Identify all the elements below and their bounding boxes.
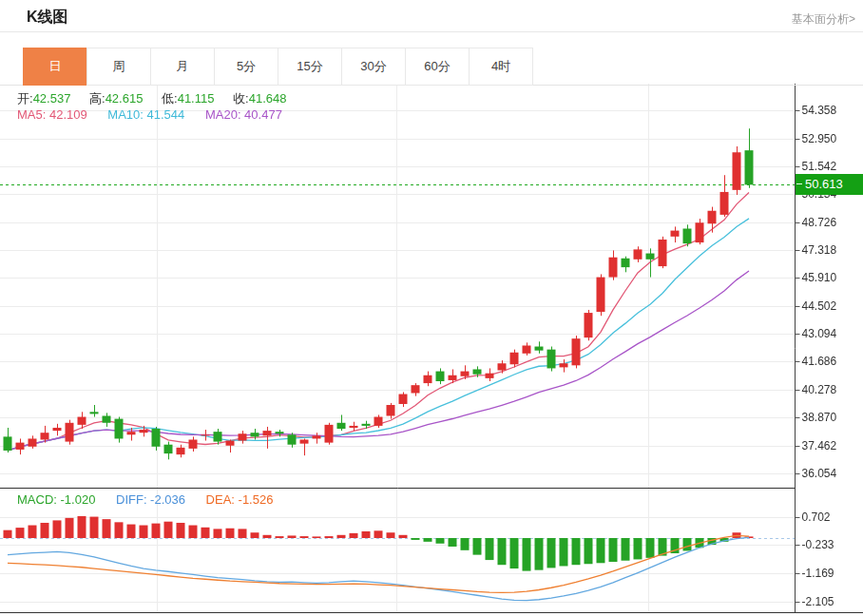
page-title: K线图 <box>27 8 68 28</box>
ohlc-readout: 开:42.537 高:42.615 低:41.115 收:41.648 <box>17 90 301 107</box>
fundamental-analysis-link[interactable]: 基本面分析> <box>792 11 855 28</box>
low-label: 低: <box>162 91 178 106</box>
high-value: 42.615 <box>105 91 144 106</box>
close-value: 41.648 <box>249 91 287 106</box>
tab-day[interactable]: 日 <box>23 48 87 86</box>
close-readout: 收:41.648 <box>233 91 286 106</box>
diff-value: DIFF: -2.036 <box>116 492 185 507</box>
tab-month[interactable]: 月 <box>150 48 215 86</box>
low-value: 41.115 <box>178 91 215 106</box>
close-label: 收: <box>233 91 249 106</box>
dea-value: DEA: -1.526 <box>206 492 274 507</box>
tab-30min[interactable]: 30分 <box>341 48 406 86</box>
ma20-value: MA20: 40.477 <box>205 107 282 122</box>
macd-readout: MACD: -1.020 DIFF: -2.036 DEA: -1.526 <box>17 492 273 507</box>
macd-value: MACD: -1.020 <box>17 492 95 507</box>
ma5-value: MA5: 42.109 <box>17 107 87 122</box>
ma-readout: MA5: 42.109 MA10: 41.544 MA20: 40.477 <box>17 107 282 122</box>
open-label: 开: <box>17 91 33 106</box>
tab-4hour[interactable]: 4时 <box>469 48 533 86</box>
last-price-badge: 50.613 <box>796 174 863 195</box>
high-readout: 高:42.615 <box>89 91 143 106</box>
open-readout: 开:42.537 <box>17 91 70 106</box>
tab-15min[interactable]: 15分 <box>278 48 342 86</box>
tab-5min[interactable]: 5分 <box>214 48 278 86</box>
ma10-value: MA10: 41.544 <box>107 107 184 122</box>
period-tabs: 日 周 月 5分 15分 30分 60分 4时 <box>24 48 533 86</box>
low-readout: 低:41.115 <box>162 91 214 106</box>
tab-week[interactable]: 周 <box>86 48 151 86</box>
header-divider <box>0 31 863 32</box>
tab-60min[interactable]: 60分 <box>405 48 470 86</box>
kline-page: K线图 基本面分析> 日 周 月 5分 15分 30分 60分 4时 开:42.… <box>0 0 863 616</box>
high-label: 高: <box>89 91 105 106</box>
open-value: 42.537 <box>33 91 71 106</box>
